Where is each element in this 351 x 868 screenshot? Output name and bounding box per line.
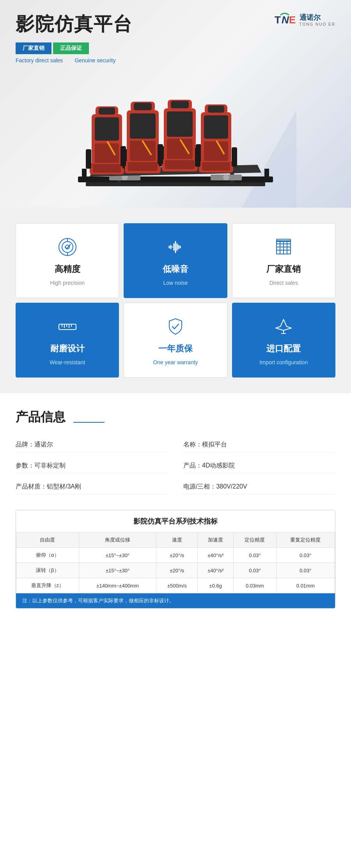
svg-point-56	[62, 242, 73, 252]
badge-genuine: 正品保证	[53, 42, 89, 54]
td-pitch-speed: ±20°/s	[156, 548, 198, 563]
spec-brand: 品牌：通诺尔	[16, 438, 168, 452]
spec-value-power: 380V/220V	[216, 483, 247, 490]
sound-icon	[164, 235, 187, 259]
target-icon	[56, 235, 79, 259]
th-accel: 加速度	[198, 533, 234, 548]
feature-name-cn-1: 高精度	[55, 263, 80, 275]
th-precision: 定位精度	[234, 533, 276, 548]
td-pitch-accel: ±40°/s²	[198, 548, 234, 563]
section-title-row: 产品信息	[16, 409, 335, 426]
table-row: 滚转（β） ±15°~±30° ±20°/s ±40°/s² 0.03° 0.0…	[16, 563, 335, 578]
tagline-factory: Factory direct sales	[16, 57, 63, 64]
feature-card-wear: 耐磨设计 Wear-resistant	[16, 303, 119, 378]
spec-label-param: 参数：	[16, 462, 34, 469]
feature-name-cn-2: 低噪音	[163, 263, 188, 275]
td-pitch-repeat: 0.03°	[276, 548, 335, 563]
svg-rect-34	[167, 111, 193, 137]
feature-card-warranty: 一年质保 One year warranty	[124, 303, 227, 378]
svg-rect-29	[121, 146, 126, 166]
features-section: 高精度 High precision 低噪音 Low noise	[0, 208, 351, 393]
tagline-genuine: Genuine security	[74, 57, 115, 64]
td-roll-speed: ±20°/s	[156, 563, 198, 578]
svg-text:N: N	[282, 14, 289, 26]
th-speed: 速度	[156, 533, 198, 548]
spec-material: 产品材质：铝型材/3A刚	[16, 480, 168, 494]
tagline-row: Factory direct sales Genuine security	[16, 57, 335, 64]
plane-icon	[272, 315, 295, 338]
td-roll-prec: 0.03°	[234, 563, 276, 578]
svg-point-13	[223, 174, 229, 180]
svg-text:T: T	[275, 14, 281, 26]
svg-rect-7	[264, 169, 269, 182]
shield-icon	[164, 315, 187, 338]
header-section: 影院仿真平台 T N E 通诺尔 TONG NUO ER 厂家直销 正品保证 F…	[0, 0, 351, 208]
section-title: 产品信息	[16, 409, 66, 426]
td-roll-accel: ±40°/s²	[198, 563, 234, 578]
feature-name-en-3: Direct sales	[269, 280, 298, 286]
svg-rect-16	[95, 117, 119, 141]
svg-rect-25	[130, 113, 156, 139]
svg-rect-26	[130, 141, 156, 161]
td-pitch-prec: 0.03°	[234, 548, 276, 563]
td-roll-name: 滚转（β）	[16, 563, 79, 578]
seat-illustration	[55, 79, 296, 208]
tech-table-note: 注：以上参数仅供参考，可根据客户实际要求，做相应的非标设计。	[16, 593, 335, 608]
logo-area: T N E 通诺尔 TONG NUO ER	[274, 12, 335, 27]
spec-power: 电源/三相：380V/220V	[183, 480, 335, 494]
company-name-block: 通诺尔 TONG NUO ER	[300, 13, 335, 26]
svg-rect-32	[134, 103, 152, 110]
svg-rect-46	[202, 162, 230, 171]
svg-rect-4	[78, 176, 273, 182]
td-vert-accel: ±0.6g	[198, 578, 234, 593]
spec-label-name: 名称：	[183, 441, 202, 448]
feature-name-en-2: Low noise	[163, 280, 188, 286]
td-pitch-angle: ±15°~±30°	[79, 548, 156, 563]
product-info-section: 产品信息 品牌：通诺尔 名称：模拟平台 参数：可非标定制 产品：4D动感影院 产…	[0, 393, 351, 624]
feature-name-cn-4: 耐磨设计	[50, 343, 85, 355]
spec-name: 名称：模拟平台	[183, 438, 335, 452]
svg-rect-41	[171, 101, 189, 108]
tne-logo-icon: T N E	[274, 12, 297, 27]
svg-rect-6	[82, 169, 87, 182]
features-grid: 高精度 High precision 低噪音 Low noise	[16, 223, 335, 378]
svg-rect-23	[99, 108, 115, 115]
feature-card-direct: 厂家直销 Direct sales	[232, 223, 335, 298]
th-freedom: 自由度	[16, 533, 79, 548]
svg-rect-35	[167, 139, 193, 159]
spec-label-brand: 品牌：	[16, 441, 34, 448]
td-vert-repeat: 0.01mm	[276, 578, 335, 593]
table-row: 垂直升降（z） ±140mm~±400mm ±500m/s ±0.6g 0.03…	[16, 578, 335, 593]
badge-row: 厂家直销 正品保证	[16, 42, 335, 54]
feature-name-cn-3: 厂家直销	[266, 263, 301, 275]
svg-rect-48	[232, 147, 237, 167]
feature-name-cn-6: 进口配置	[266, 343, 301, 355]
feature-name-cn-5: 一年质保	[158, 343, 193, 355]
spec-label-product: 产品：	[183, 462, 202, 469]
spec-product: 产品：4D动感影院	[183, 459, 335, 473]
td-vert-speed: ±500m/s	[156, 578, 198, 593]
ruler-icon	[56, 315, 79, 338]
td-vert-disp: ±140mm~±400mm	[79, 578, 156, 593]
spec-value-material: 铝型材/3A刚	[47, 483, 81, 490]
spec-value-name: 模拟平台	[202, 441, 227, 448]
svg-rect-50	[208, 106, 224, 113]
svg-rect-44	[204, 141, 228, 161]
spec-label-power: 电源/三相：	[183, 483, 216, 490]
feature-name-en-1: High precision	[50, 280, 85, 286]
table-row: 俯仰（α） ±15°~±30° ±20°/s ±40°/s² 0.03° 0.0…	[16, 548, 335, 563]
svg-rect-37	[165, 160, 195, 169]
th-angle: 角度或位移	[79, 533, 156, 548]
spec-value-product: 4D动感影院	[202, 462, 235, 469]
th-repeat: 重复定位精度	[276, 533, 335, 548]
tech-table-title: 影院仿真平台系列技术指标	[16, 510, 335, 532]
spec-value-brand: 通诺尔	[34, 441, 53, 448]
seat-image-area	[16, 71, 335, 208]
header-top: 影院仿真平台 T N E 通诺尔 TONG NUO ER	[16, 12, 335, 37]
feature-card-noise: 低噪音 Low noise	[124, 223, 227, 298]
td-roll-angle: ±15°~±30°	[79, 563, 156, 578]
td-vert-name: 垂直升降（z）	[16, 578, 79, 593]
feature-card-import: 进口配置 Import configuration	[232, 303, 335, 378]
spec-param: 参数：可非标定制	[16, 459, 168, 473]
spec-label-material: 产品材质：	[16, 483, 47, 490]
